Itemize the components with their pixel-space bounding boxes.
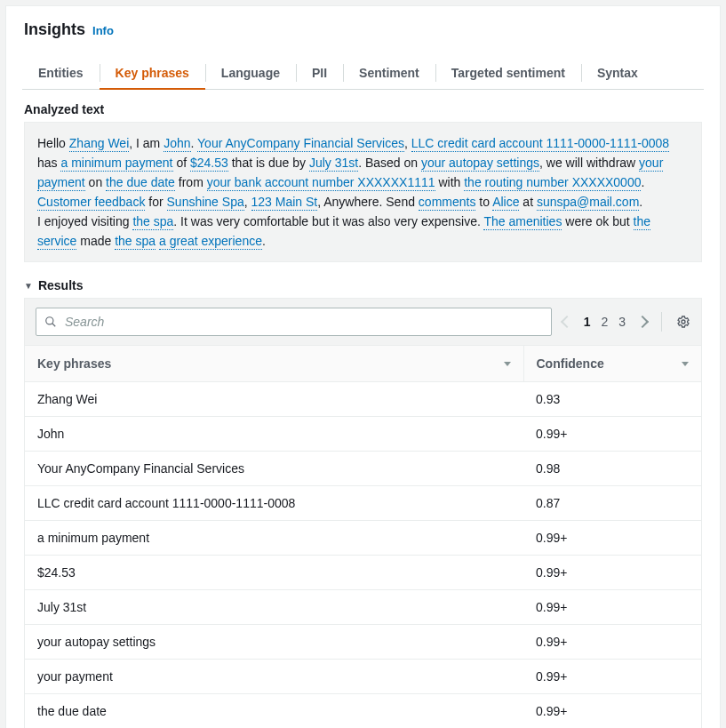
- key-phrase-highlight: John: [164, 136, 190, 152]
- key-phrase-highlight: the spa: [115, 234, 156, 250]
- cell-phrase: LLC credit card account 1111-0000-1111-0…: [25, 486, 523, 521]
- column-label: Key phrases: [37, 356, 111, 371]
- table-row: Zhang Wei0.93: [25, 382, 701, 417]
- svg-point-2: [682, 320, 685, 324]
- cell-confidence: 0.99+: [523, 590, 701, 625]
- cell-phrase: a minimum payment: [25, 521, 523, 556]
- insights-panel: Insights Info EntitiesKey phrasesLanguag…: [5, 5, 721, 728]
- page-next-icon[interactable]: [636, 316, 649, 328]
- cell-phrase: John: [25, 417, 523, 452]
- cell-confidence: 0.99+: [523, 417, 701, 452]
- cell-phrase: your payment: [25, 660, 523, 694]
- cell-confidence: 0.99+: [523, 694, 701, 729]
- key-phrase-highlight: Zhang Wei: [69, 136, 129, 152]
- key-phrase-highlight: The amenities: [483, 214, 562, 230]
- cell-confidence: 0.87: [523, 486, 701, 521]
- search-input[interactable]: [36, 308, 552, 336]
- sort-icon: [504, 362, 511, 366]
- results-toolbar: 1 2 3: [25, 299, 701, 345]
- cell-confidence: 0.98: [523, 452, 701, 486]
- cell-phrase: July 31st: [25, 590, 523, 625]
- table-row: a minimum payment0.99+: [25, 521, 701, 556]
- results-expander[interactable]: ▼ Results: [24, 278, 702, 292]
- cell-phrase: $24.53: [25, 556, 523, 590]
- tab-entities[interactable]: Entities: [22, 57, 100, 89]
- results-area: 1 2 3 Key phrases Confide: [24, 298, 702, 728]
- pagination: 1 2 3: [562, 315, 647, 329]
- key-phrase-highlight: the routing number XXXXX0000: [464, 175, 641, 191]
- sort-icon: [682, 362, 689, 366]
- key-phrase-highlight: a great experience: [159, 234, 262, 250]
- column-confidence[interactable]: Confidence: [523, 346, 701, 382]
- svg-point-0: [46, 317, 53, 324]
- tab-pii[interactable]: PII: [296, 57, 343, 89]
- key-phrase-highlight: the spa: [132, 214, 173, 230]
- tab-targeted-sentiment[interactable]: Targeted sentiment: [435, 57, 581, 89]
- page-title: Insights: [24, 20, 85, 39]
- cell-phrase: your autopay settings: [25, 625, 523, 660]
- column-key-phrases[interactable]: Key phrases: [25, 346, 523, 382]
- key-phrase-highlight: the due date: [106, 175, 175, 191]
- key-phrase-highlight: sunspa@mail.com: [537, 195, 639, 211]
- toolbar-divider: [661, 312, 662, 332]
- page-2[interactable]: 2: [598, 313, 612, 331]
- table-row: $24.530.99+: [25, 556, 701, 590]
- key-phrase-highlight: 123 Main St: [251, 195, 318, 211]
- table-row: your autopay settings0.99+: [25, 625, 701, 660]
- table-row: LLC credit card account 1111-0000-1111-0…: [25, 486, 701, 521]
- panel-header: Insights Info: [10, 6, 716, 46]
- tab-bar: EntitiesKey phrasesLanguagePIISentimentT…: [22, 57, 704, 90]
- table-row: your payment0.99+: [25, 660, 701, 694]
- cell-confidence: 0.99+: [523, 660, 701, 694]
- cell-phrase: Zhang Wei: [25, 382, 523, 417]
- key-phrase-highlight: Alice: [492, 195, 519, 211]
- settings-button[interactable]: [676, 315, 690, 329]
- table-row: July 31st0.99+: [25, 590, 701, 625]
- analyzed-text-label: Analyzed text: [10, 90, 716, 122]
- cell-confidence: 0.99+: [523, 521, 701, 556]
- cell-confidence: 0.99+: [523, 625, 701, 660]
- key-phrase-highlight: July 31st: [309, 156, 358, 172]
- tab-language[interactable]: Language: [205, 57, 296, 89]
- key-phrase-highlight: Customer feedback: [37, 195, 145, 211]
- page-prev-icon[interactable]: [561, 316, 573, 328]
- cell-phrase: the due date: [25, 694, 523, 729]
- table-row: John0.99+: [25, 417, 701, 452]
- cell-confidence: 0.93: [523, 382, 701, 417]
- search-icon: [44, 316, 57, 328]
- table-row: Your AnyCompany Financial Services0.98: [25, 452, 701, 486]
- key-phrase-highlight: your autopay settings: [421, 156, 539, 172]
- tab-syntax[interactable]: Syntax: [581, 57, 654, 89]
- page-3[interactable]: 3: [615, 313, 629, 331]
- page-1[interactable]: 1: [580, 313, 594, 331]
- results-label: Results: [38, 278, 84, 292]
- key-phrase-highlight: LLC credit card account 1111-0000-1111-0…: [411, 136, 669, 152]
- key-phrase-highlight: Sunshine Spa: [167, 195, 244, 211]
- tab-key-phrases[interactable]: Key phrases: [100, 57, 205, 89]
- key-phrase-highlight: a minimum payment: [60, 156, 172, 172]
- column-label: Confidence: [537, 356, 604, 371]
- cell-phrase: Your AnyCompany Financial Services: [25, 452, 523, 486]
- analyzed-text-box: Hello Zhang Wei, I am John. Your AnyComp…: [24, 122, 702, 262]
- key-phrase-highlight: $24.53: [190, 156, 228, 172]
- caret-down-icon: ▼: [24, 281, 33, 291]
- key-phrase-highlight: comments: [419, 195, 476, 211]
- svg-line-1: [52, 324, 56, 327]
- tab-sentiment[interactable]: Sentiment: [343, 57, 435, 89]
- gear-icon: [676, 315, 690, 329]
- key-phrase-highlight: your bank account number XXXXXX1111: [207, 175, 435, 191]
- cell-confidence: 0.99+: [523, 556, 701, 590]
- key-phrase-highlight: Your AnyCompany Financial Services: [197, 136, 404, 152]
- search-wrap: [36, 308, 552, 336]
- info-link[interactable]: Info: [92, 24, 114, 37]
- results-table: Key phrases Confidence Zhang Wei0.93John…: [25, 345, 701, 728]
- table-row: the due date0.99+: [25, 694, 701, 729]
